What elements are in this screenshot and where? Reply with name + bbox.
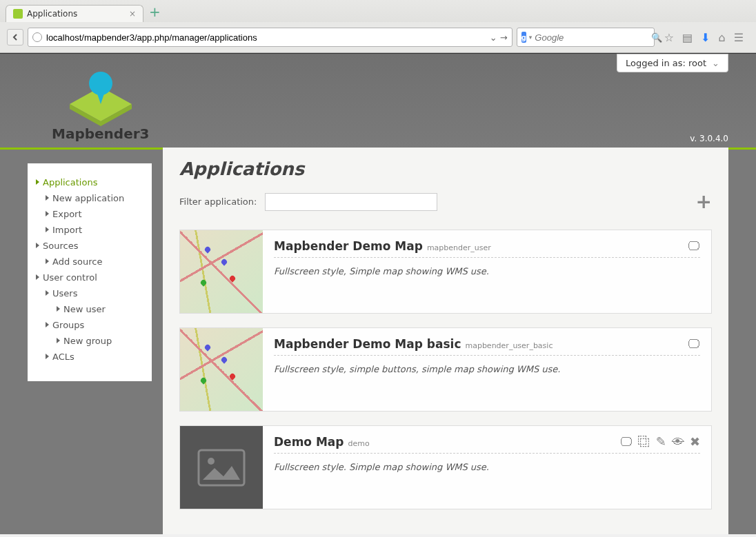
application-description: Fullscreen style, simple buttons, simple… [274,364,700,374]
caret-icon [36,179,39,185]
svg-point-0 [89,72,112,95]
sidebar-item-new-user[interactable]: New user [33,301,146,317]
caret-icon [46,227,49,232]
monitor-icon[interactable]: 🖵 [620,434,633,449]
application-title[interactable]: Mapbender Demo Map basic [274,337,461,351]
toolbar-icons: ☆ ▤ ⬇ ⌂ ☰ [659,31,749,44]
application-title[interactable]: Demo Map [274,435,344,449]
new-tab-button[interactable]: + [149,5,161,22]
logo-icon [56,66,146,128]
sidebar-item-label: Applications [43,177,97,188]
caret-icon [36,243,39,248]
application-card: Mapbender Demo Map basicmapbender_user_b… [179,327,712,412]
caret-icon [46,354,49,359]
tab-close-icon[interactable]: × [129,9,136,19]
url-input-box[interactable]: ⌄ → [28,28,513,47]
application-body: Mapbender Demo Map basicmapbender_user_b… [263,328,711,411]
search-input[interactable] [535,32,651,43]
application-card: Demo Mapdemo🖵⿻✎👁✖Fullscreen style. Simpl… [179,425,712,509]
application-actions: 🖵 [688,239,700,253]
back-button[interactable] [7,29,23,45]
sidebar-item-label: New group [63,336,112,346]
page-body: ApplicationsNew applicationExportImportS… [0,150,756,534]
sidebar: ApplicationsNew applicationExportImportS… [28,163,152,381]
sidebar-item-export[interactable]: Export [33,206,146,222]
sidebar-item-label: Add source [52,256,102,267]
sidebar-item-user-control[interactable]: User control [33,270,146,285]
globe-icon [32,32,42,42]
filter-input[interactable] [265,193,437,211]
application-slug: demo [348,439,370,448]
sidebar-item-label: New user [63,304,106,314]
download-icon[interactable]: ⬇ [701,31,710,44]
application-description: Fullscreen style, Simple map showing WMS… [274,266,700,276]
url-dropdown-icon[interactable]: ⌄ [487,32,500,43]
search-box[interactable]: g ▾ 🔍 [517,28,655,47]
search-dropdown-icon[interactable]: ▾ [529,34,533,41]
monitor-icon[interactable]: 🖵 [688,336,700,351]
application-description: Fullscreen style. Simple map showing WMS… [274,462,700,472]
browser-tab[interactable]: Applications × [6,5,143,22]
pencil-icon[interactable]: ✎ [656,434,666,449]
tab-title: Applications [27,9,77,19]
version-label: v. 3.0.4.0 [690,134,728,143]
sidebar-item-label: Sources [43,241,78,251]
sidebar-item-new-group[interactable]: New group [33,333,146,349]
sidebar-item-add-source[interactable]: Add source [33,254,146,270]
copy-icon[interactable]: ⿻ [638,434,650,449]
home-icon[interactable]: ⌂ [719,31,726,44]
application-title-row: Demo Mapdemo🖵⿻✎👁✖ [274,434,700,454]
sidebar-item-label: Export [52,209,82,219]
reader-icon[interactable]: ▤ [682,31,693,44]
application-thumbnail-map [180,328,263,411]
application-body: Mapbender Demo Mapmapbender_user🖵Fullscr… [263,230,711,313]
caret-icon [36,274,39,280]
sidebar-item-new-application[interactable]: New application [33,190,146,206]
eye-icon[interactable]: 👁 [672,434,684,449]
address-bar: ⌄ → g ▾ 🔍 ☆ ▤ ⬇ ⌂ ☰ [0,22,756,52]
filter-row: Filter application: + [179,190,712,213]
go-icon[interactable]: → [500,32,508,43]
page-heading: Applications [179,159,712,179]
application-title-row: Mapbender Demo Map basicmapbender_user_b… [274,336,700,356]
sidebar-item-label: Groups [52,320,84,330]
sidebar-item-users[interactable]: Users [33,285,146,301]
app-header: Logged in as: root ⌄ Mapbender3 v. 3.0.4… [0,53,756,150]
add-application-button[interactable]: + [696,190,712,213]
tab-strip: Applications × + [0,0,756,22]
sidebar-item-sources[interactable]: Sources [33,238,146,254]
brand-name: Mapbender3 [52,125,150,142]
logo[interactable]: Mapbender3 [52,66,150,142]
browser-chrome: Applications × + ⌄ → g ▾ 🔍 ☆ ▤ ⬇ ⌂ ☰ [0,0,756,53]
sidebar-item-import[interactable]: Import [33,222,146,238]
sidebar-item-label: Users [52,288,77,298]
url-input[interactable] [46,32,487,43]
caret-icon [46,322,49,327]
application-title-row: Mapbender Demo Mapmapbender_user🖵 [274,239,700,258]
main-content: Applications Filter application: + Mapbe… [163,148,728,534]
login-text: Logged in as: root [626,58,706,68]
sidebar-item-label: User control [43,272,97,283]
caret-icon [57,306,60,312]
sidebar-item-groups[interactable]: Groups [33,317,146,333]
application-slug: mapbender_user [427,243,491,252]
application-actions: 🖵⿻✎👁✖ [620,434,700,449]
sidebar-item-acls[interactable]: ACLs [33,349,146,365]
login-info[interactable]: Logged in as: root ⌄ [617,54,728,72]
delete-icon[interactable]: ✖ [690,434,700,449]
favicon-icon [13,9,23,19]
search-engine-icon: g [521,32,526,43]
bookmark-icon[interactable]: ☆ [664,31,674,44]
monitor-icon[interactable]: 🖵 [688,239,700,253]
svg-rect-1 [199,450,244,485]
caret-icon [57,338,60,343]
caret-icon [46,195,49,201]
application-slug: mapbender_user_basic [465,341,553,350]
application-title[interactable]: Mapbender Demo Map [274,239,423,253]
menu-icon[interactable]: ☰ [734,31,744,44]
sidebar-item-label: ACLs [52,352,74,362]
caret-icon [46,259,49,264]
svg-point-2 [208,458,215,465]
chevron-down-icon: ⌄ [712,58,719,68]
sidebar-item-applications[interactable]: Applications [33,174,146,190]
